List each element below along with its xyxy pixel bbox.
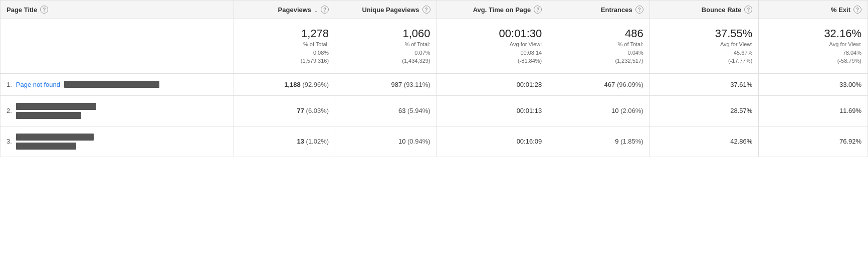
pageviews-cell: 13 (1.02%) — [234, 126, 335, 157]
totals-bounce-rate-cell: 37.55% Avg for View: 45.67% (-17.77%) — [649, 19, 759, 74]
exit-cell: 11.69% — [759, 95, 868, 126]
pageviews-value: 1,188 — [284, 81, 301, 88]
page-title-cell: 1.Page not found — [1, 73, 234, 95]
totals-avg-time-cell: 00:01:30 Avg for View: 00:08:14 (-81.84%… — [437, 19, 548, 74]
totals-entrances-sub: % of Total: 0.04% (1,232,517) — [554, 40, 643, 65]
totals-row: 1,278 % of Total: 0.08% (1,579,316) 1,06… — [1, 19, 868, 74]
page-title-cell: 2. — [1, 95, 234, 126]
table-row: 1.Page not found1,188 (92.96%)987 (93.11… — [1, 73, 868, 95]
totals-entrances-main: 486 — [554, 27, 643, 40]
totals-unique-pageviews-main: 1,060 — [341, 27, 430, 40]
unique-pageviews-label: Unique Pageviews — [362, 6, 419, 14]
bounce-rate-label: Bounce Rate — [702, 6, 741, 14]
redacted-bar — [16, 143, 76, 150]
entrances-cell: 10 (2.06%) — [548, 95, 649, 126]
entrances-help-icon[interactable]: ? — [635, 6, 643, 14]
unique-pageviews-pct: (5.94%) — [407, 107, 430, 114]
row-number: 2. — [7, 107, 12, 114]
totals-pageviews-main: 1,278 — [240, 27, 329, 40]
page-title-help-icon[interactable]: ? — [40, 6, 48, 14]
redacted-stack — [16, 134, 94, 150]
totals-page-title-cell — [1, 19, 234, 74]
exit-help-icon[interactable]: ? — [853, 6, 861, 14]
col-header-entrances: Entrances ? — [548, 1, 649, 19]
unique-pageviews-help-icon[interactable]: ? — [422, 6, 430, 14]
col-header-unique-pageviews: Unique Pageviews ? — [335, 1, 437, 19]
bounce-rate-cell: 42.86% — [649, 126, 759, 157]
entrances-label: Entrances — [601, 6, 632, 14]
avg-time-label: Avg. Time on Page — [473, 6, 531, 14]
unique-pageviews-pct: (0.94%) — [407, 138, 430, 145]
pageviews-cell: 77 (6.03%) — [234, 95, 335, 126]
totals-entrances-cell: 486 % of Total: 0.04% (1,232,517) — [548, 19, 649, 74]
totals-exit-cell: 32.16% Avg for View: 78.04% (-58.79%) — [759, 19, 868, 74]
redacted-stack — [16, 103, 96, 119]
totals-avg-time-sub: Avg for View: 00:08:14 (-81.84%) — [443, 40, 542, 65]
avg-time-cell: 00:16:09 — [437, 126, 548, 157]
totals-exit-main: 32.16% — [765, 27, 861, 40]
unique-pageviews-value: 987 — [391, 81, 402, 88]
avg-time-help-icon[interactable]: ? — [534, 6, 542, 14]
totals-unique-pageviews-sub: % of Total: 0.07% (1,434,329) — [341, 40, 430, 65]
entrances-value: 10 — [611, 107, 618, 114]
bounce-rate-cell: 28.57% — [649, 95, 759, 126]
table-row: 2.77 (6.03%)63 (5.94%)00:01:1310 (2.06%)… — [1, 95, 868, 126]
redacted-bar — [16, 103, 96, 110]
page-link[interactable]: Page not found — [16, 81, 60, 88]
row-number: 3. — [7, 138, 12, 145]
page-title-cell: 3. — [1, 126, 234, 157]
sort-arrow-icon[interactable]: ↓ — [314, 6, 318, 14]
col-header-exit: % Exit ? — [759, 1, 868, 19]
totals-unique-pageviews-cell: 1,060 % of Total: 0.07% (1,434,329) — [335, 19, 437, 74]
unique-pageviews-cell: 987 (93.11%) — [335, 73, 437, 95]
entrances-pct: (96.09%) — [617, 81, 643, 88]
unique-pageviews-value: 10 — [398, 138, 405, 145]
entrances-cell: 467 (96.09%) — [548, 73, 649, 95]
bounce-rate-help-icon[interactable]: ? — [744, 6, 752, 14]
table-row: 3.13 (1.02%)10 (0.94%)00:16:099 (1.85%)4… — [1, 126, 868, 157]
pageviews-help-icon[interactable]: ? — [321, 6, 329, 14]
exit-label: % Exit — [831, 6, 850, 14]
bounce-rate-cell: 37.61% — [649, 73, 759, 95]
page-title-label: Page Title — [7, 6, 37, 14]
totals-pageviews-cell: 1,278 % of Total: 0.08% (1,579,316) — [234, 19, 335, 74]
unique-pageviews-pct: (93.11%) — [404, 81, 430, 88]
pageviews-value: 77 — [297, 107, 304, 114]
unique-pageviews-cell: 63 (5.94%) — [335, 95, 437, 126]
entrances-pct: (1.85%) — [620, 138, 643, 145]
redacted-bar — [64, 81, 159, 88]
unique-pageviews-value: 63 — [398, 107, 405, 114]
exit-cell: 76.92% — [759, 126, 868, 157]
pageviews-cell: 1,188 (92.96%) — [234, 73, 335, 95]
entrances-value: 9 — [615, 138, 618, 145]
table-header: Page Title ? Pageviews ↓ ? Unique Pagevi… — [1, 1, 868, 19]
entrances-cell: 9 (1.85%) — [548, 126, 649, 157]
totals-exit-sub: Avg for View: 78.04% (-58.79%) — [765, 40, 861, 65]
col-header-page-title: Page Title ? — [1, 1, 234, 19]
row-number: 1. — [7, 81, 12, 88]
exit-cell: 33.00% — [759, 73, 868, 95]
entrances-value: 467 — [604, 81, 615, 88]
avg-time-cell: 00:01:13 — [437, 95, 548, 126]
unique-pageviews-cell: 10 (0.94%) — [335, 126, 437, 157]
totals-bounce-rate-main: 37.55% — [656, 27, 753, 40]
redacted-bar — [16, 112, 81, 119]
avg-time-cell: 00:01:28 — [437, 73, 548, 95]
totals-bounce-rate-sub: Avg for View: 45.67% (-17.77%) — [656, 40, 753, 65]
col-header-bounce-rate: Bounce Rate ? — [649, 1, 759, 19]
pageviews-label: Pageviews — [278, 6, 312, 14]
col-header-pageviews: Pageviews ↓ ? — [234, 1, 335, 19]
totals-pageviews-sub: % of Total: 0.08% (1,579,316) — [240, 40, 329, 65]
col-header-avg-time: Avg. Time on Page ? — [437, 1, 548, 19]
pageviews-pct: (1.02%) — [306, 138, 329, 145]
entrances-pct: (2.06%) — [620, 107, 643, 114]
pageviews-value: 13 — [297, 138, 304, 145]
pageviews-pct: (92.96%) — [302, 81, 329, 88]
pageviews-pct: (6.03%) — [306, 107, 329, 114]
totals-avg-time-main: 00:01:30 — [443, 27, 542, 40]
redacted-bar — [16, 134, 94, 141]
